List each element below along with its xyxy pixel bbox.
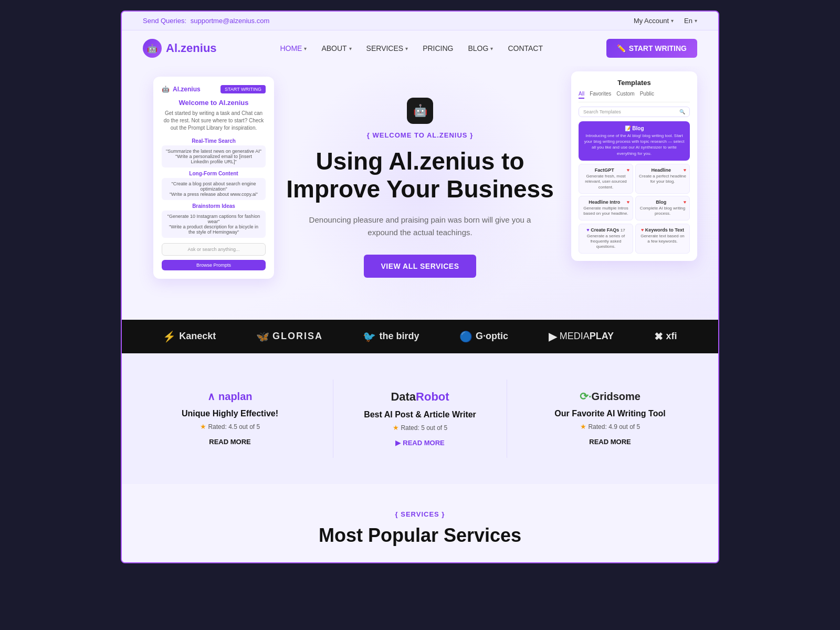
hero-welcome-label: { WELCOME TO AL.ZENIUS }: [367, 131, 473, 139]
template-blog-mini[interactable]: Blog ♥ Complete AI blog writing process.: [635, 196, 690, 220]
logo-text: Al.zenius: [166, 41, 217, 55]
featured-template-text: Introducing one of the AI blog! blog wri…: [583, 133, 686, 156]
section3-item: "Generate 10 Instagram captions for fash…: [162, 211, 266, 238]
search-icon: 🔍: [679, 109, 685, 114]
template-keywords[interactable]: ♥ Keywords to Text Generate text based o…: [635, 224, 690, 254]
brands-bar: ⚡ Kaneckt 🦋 GLORISA 🐦 the birdy 🔵 G·opti…: [122, 320, 718, 353]
card-start-btn[interactable]: START WRITING: [220, 85, 266, 93]
brand-xfi-label: xfi: [666, 331, 677, 342]
hero-badge: 🤖: [407, 98, 433, 124]
review-anaplan: ∧ naplan Unique Highly Effective! ★ Rate…: [143, 380, 317, 458]
blog-chevron-icon: ▾: [490, 46, 493, 51]
tab-all[interactable]: All: [579, 91, 584, 99]
navbar: 🤖 Al.zenius HOME ▾ ABOUT ▾ SERVICES ▾ PR…: [122, 30, 718, 66]
brand-glorisa: 🦋 GLORISA: [256, 330, 323, 343]
nav-about[interactable]: ABOUT ▾: [321, 44, 351, 52]
brand-goptic: 🔵 G·optic: [459, 330, 508, 343]
nav-links: HOME ▾ ABOUT ▾ SERVICES ▾ PRICING BLOG ▾…: [280, 44, 543, 52]
review-datarobot: DataRobot Best AI Post & Article Writer …: [333, 380, 507, 458]
heart-icon-4: ♥: [684, 200, 686, 205]
template-faq-row: ♥ Create FAQs 17 Generate a series of fr…: [579, 224, 690, 254]
heart-purple-icon: ♥: [586, 227, 589, 233]
datarobot-title: Best AI Post & Article Writer: [344, 410, 496, 419]
datarobot-rating: ★ Rated: 5 out of 5: [344, 424, 496, 432]
tab-custom[interactable]: Custom: [616, 91, 634, 99]
templates-tabs: All Favorites Custom Public: [579, 91, 690, 102]
nav-contact[interactable]: CONTACT: [508, 44, 543, 52]
account-label: My Account: [634, 17, 669, 25]
nav-home[interactable]: HOME ▾: [280, 44, 307, 52]
logo-icon: 🤖: [143, 39, 162, 58]
support-email: supportme@alzenius.com: [191, 17, 269, 25]
gridsome-read-more-button[interactable]: READ MORE: [589, 438, 631, 446]
featured-template-blog[interactable]: 📝 Blog Introducing one of the AI blog! b…: [579, 121, 690, 161]
heart-icon-2: ♥: [684, 167, 686, 173]
card-logo-icon: 🤖: [162, 86, 170, 93]
blog-icon: 📝: [625, 125, 631, 131]
tab-public[interactable]: Public: [640, 91, 654, 99]
hero-floating-card-right: Templates All Favorites Custom Public Se…: [571, 71, 697, 261]
start-writing-button[interactable]: ✏️ START WRITING: [606, 39, 697, 58]
section2-label: Long-Form Content: [162, 171, 266, 176]
about-chevron-icon: ▾: [349, 46, 352, 51]
brand-birdy-label: the birdy: [379, 331, 419, 342]
gridsome-logo: ⟳·Gridsome: [533, 390, 687, 403]
brand-xfi: ✖ xfi: [654, 330, 677, 343]
services-title: Most Popular Services: [143, 524, 697, 547]
section1-label: Real-Time Search: [162, 138, 266, 144]
card-search[interactable]: Ask or search anything...: [162, 243, 266, 256]
nav-pricing[interactable]: PRICING: [423, 44, 453, 52]
glorisa-icon: 🦋: [256, 330, 269, 343]
top-bar: Send Queries: supportme@alzenius.com My …: [122, 12, 718, 30]
card-subtitle: Get started by writing a task and Chat c…: [162, 110, 266, 132]
brand-mediaplay: ▶ MEDIAPLAY: [549, 330, 614, 343]
hero-subtitle: Denouncing pleasure and praising pain wa…: [299, 214, 541, 239]
logo[interactable]: 🤖 Al.zenius: [143, 39, 217, 58]
template-faqs[interactable]: ♥ Create FAQs 17 Generate a series of fr…: [579, 224, 633, 254]
templates-title: Templates: [579, 79, 690, 87]
heart-icon-3: ♥: [627, 200, 629, 205]
card-header: 🤖 Al.zenius START WRITING: [162, 85, 266, 93]
tab-favorites[interactable]: Favorites: [590, 91, 611, 99]
review-gridsome: ⟳·Gridsome Our Favorite AI Writing Tool …: [523, 380, 697, 458]
brand-goptic-label: G·optic: [476, 331, 508, 342]
brand-kaneckt: ⚡ Kaneckt: [163, 330, 216, 343]
anaplan-read-more-button[interactable]: READ MORE: [209, 438, 250, 446]
page-wrapper: Send Queries: supportme@alzenius.com My …: [121, 10, 719, 563]
top-bar-right: My Account ▾ En ▾: [634, 17, 697, 25]
gridsome-title: Our Favorite AI Writing Tool: [533, 409, 687, 418]
send-queries-label: Send Queries:: [143, 17, 186, 25]
template-headline[interactable]: Headline ♥ Create a perfect headline for…: [635, 164, 690, 194]
browse-prompts-btn[interactable]: Browse Prompts: [162, 260, 266, 270]
featured-template-title: 📝 Blog: [583, 125, 686, 131]
datarobot-logo: DataRobot: [344, 390, 496, 404]
language-selector[interactable]: En ▾: [684, 17, 697, 25]
brand-glorisa-label: GLORISA: [272, 331, 323, 342]
nav-services[interactable]: SERVICES ▾: [366, 44, 408, 52]
nav-blog[interactable]: BLOG ▾: [468, 44, 494, 52]
template-headline-intro[interactable]: Headline Intro ♥ Generate multiple Intro…: [579, 196, 633, 220]
template-factgpt[interactable]: FactGPT ♥ Generate fresh, most relevant,…: [579, 164, 633, 194]
section3-label: Brainstorm Ideas: [162, 203, 266, 209]
services-label: { SERVICES }: [143, 510, 697, 518]
brand-thebirdy: 🐦 the birdy: [363, 330, 419, 343]
datarobot-read-more-button[interactable]: ▶ READ MORE: [395, 439, 444, 447]
hero-title: Using Al.zenius to Improve Your Business: [286, 148, 554, 203]
templates-search[interactable]: Search Templates 🔍: [579, 107, 690, 117]
mediaplay-icon: ▶: [549, 330, 556, 343]
services-teaser-section: { SERVICES } Most Popular Services: [122, 484, 718, 562]
reviews-section: ∧ naplan Unique Highly Effective! ★ Rate…: [122, 353, 718, 484]
my-account-link[interactable]: My Account ▾: [634, 17, 674, 25]
kaneckt-icon: ⚡: [163, 330, 176, 343]
heart-icon: ♥: [627, 167, 629, 173]
xfi-icon: ✖: [654, 330, 663, 343]
home-chevron-icon: ▾: [304, 46, 307, 51]
view-services-button[interactable]: VIEW ALL SERVICES: [364, 255, 476, 278]
anaplan-title: Unique Highly Effective!: [153, 409, 307, 418]
heart-red-icon-2: ♥: [641, 227, 644, 233]
search-placeholder-text: Search Templates: [583, 109, 621, 114]
account-chevron-icon: ▾: [671, 18, 674, 24]
send-queries: Send Queries: supportme@alzenius.com: [143, 17, 269, 25]
brand-kaneckt-label: Kaneckt: [179, 331, 216, 342]
template-mini-cards-row: FactGPT ♥ Generate fresh, most relevant,…: [579, 164, 690, 220]
